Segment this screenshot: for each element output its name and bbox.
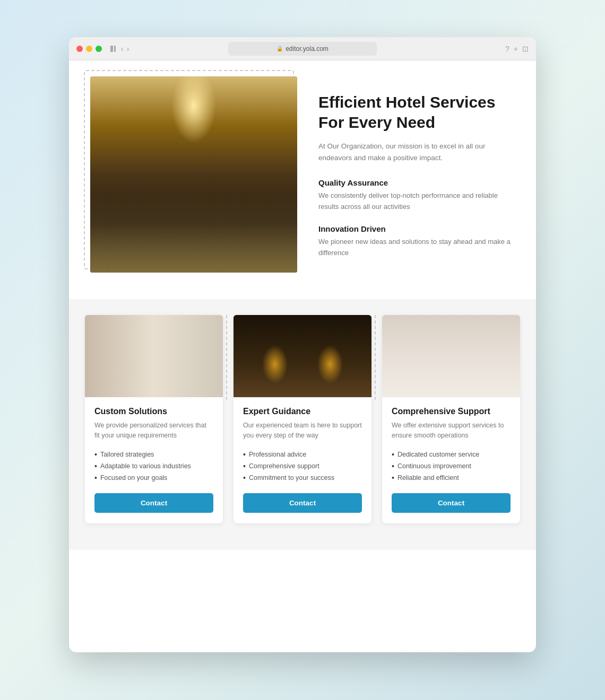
browser-actions: ? + ⊡	[505, 45, 529, 53]
contact-button-2[interactable]: Contact	[243, 493, 362, 513]
address-bar[interactable]: 🔒 editor.yola.com	[228, 42, 377, 56]
feature-innovation-title: Innovation Driven	[318, 224, 515, 233]
minimize-dot[interactable]	[86, 46, 92, 52]
card-custom-solutions: Custom Solutions We provide personalized…	[85, 315, 223, 523]
hero-section: Efficient Hotel Services For Every Need …	[69, 60, 536, 299]
cards-grid: Custom Solutions We provide personalized…	[85, 315, 520, 523]
card-expert-guidance: Expert Guidance Our experienced team is …	[234, 315, 371, 523]
card-list-item-1-2: Adaptable to various industries	[94, 460, 213, 472]
close-dot[interactable]	[76, 46, 83, 52]
card-list-item-3-1: Dedicated customer service	[392, 449, 511, 460]
card-image-2	[234, 315, 371, 397]
lock-icon: 🔒	[276, 46, 283, 51]
card-image-3	[382, 315, 520, 397]
page-content: Efficient Hotel Services For Every Need …	[69, 60, 536, 550]
card-list-item-3-2: Continuous improvement	[392, 460, 511, 472]
contact-button-1[interactable]: Contact	[94, 493, 213, 513]
url-text: editor.yola.com	[286, 45, 329, 52]
maximize-dot[interactable]	[96, 46, 102, 52]
card-list-2: Professional advice Comprehensive suppor…	[243, 449, 362, 484]
hero-image-wrapper	[90, 76, 297, 273]
new-tab-icon[interactable]: +	[514, 45, 518, 53]
card-dashed-1	[226, 315, 227, 400]
sidebar-icon	[110, 46, 116, 52]
browser-window: ‹ › 🔒 editor.yola.com ? + ⊡ Efficient Ho…	[69, 37, 536, 652]
help-icon[interactable]: ?	[505, 45, 509, 53]
browser-chrome: ‹ › 🔒 editor.yola.com ? + ⊡	[69, 37, 536, 60]
card-body-3: Comprehensive Support We offer extensive…	[382, 397, 520, 523]
contact-button-3[interactable]: Contact	[392, 493, 511, 513]
feature-innovation: Innovation Driven We pioneer new ideas a…	[318, 224, 515, 259]
feature-innovation-desc: We pioneer new ideas and solutions to st…	[318, 237, 515, 259]
traffic-lights	[76, 46, 102, 52]
card-list-item-3-3: Reliable and efficient	[392, 472, 511, 484]
hero-lobby-image	[90, 76, 297, 273]
card-desc-1: We provide personalized services that fi…	[94, 421, 213, 441]
card-body-1: Custom Solutions We provide personalized…	[85, 397, 223, 523]
card-list-item-1-1: Tailored strategies	[94, 449, 213, 460]
hero-text: Efficient Hotel Services For Every Need …	[318, 76, 515, 270]
card-title-2: Expert Guidance	[243, 407, 362, 416]
card-list-item-2-2: Comprehensive support	[243, 460, 362, 472]
menu-icon[interactable]: ⊡	[522, 45, 529, 53]
feature-quality: Quality Assurance We consistently delive…	[318, 178, 515, 213]
card-dashed-2	[375, 315, 376, 400]
cards-section: Custom Solutions We provide personalized…	[69, 299, 536, 550]
card-title-3: Comprehensive Support	[392, 407, 511, 416]
card-title-1: Custom Solutions	[94, 407, 213, 416]
card-list-item-2-1: Professional advice	[243, 449, 362, 460]
feature-quality-title: Quality Assurance	[318, 178, 515, 187]
card-list-3: Dedicated customer service Continuous im…	[392, 449, 511, 484]
feature-quality-desc: We consistently deliver top-notch perfor…	[318, 190, 515, 213]
back-arrow[interactable]: ‹	[121, 45, 124, 53]
card-desc-2: Our experienced team is here to support …	[243, 421, 362, 441]
nav-arrows: ‹ ›	[121, 45, 129, 53]
card-desc-3: We offer extensive support services to e…	[392, 421, 511, 441]
forward-arrow[interactable]: ›	[127, 45, 129, 53]
card-body-2: Expert Guidance Our experienced team is …	[234, 397, 371, 523]
hero-title: Efficient Hotel Services For Every Need	[318, 92, 515, 132]
hero-description: At Our Organization, our mission is to e…	[318, 141, 515, 163]
card-comprehensive-support: Comprehensive Support We offer extensive…	[382, 315, 520, 523]
card-list-item-1-3: Focused on your goals	[94, 472, 213, 484]
card-list-1: Tailored strategies Adaptable to various…	[94, 449, 213, 484]
card-list-item-2-3: Commitment to your success	[243, 472, 362, 484]
card-image-1	[85, 315, 223, 397]
